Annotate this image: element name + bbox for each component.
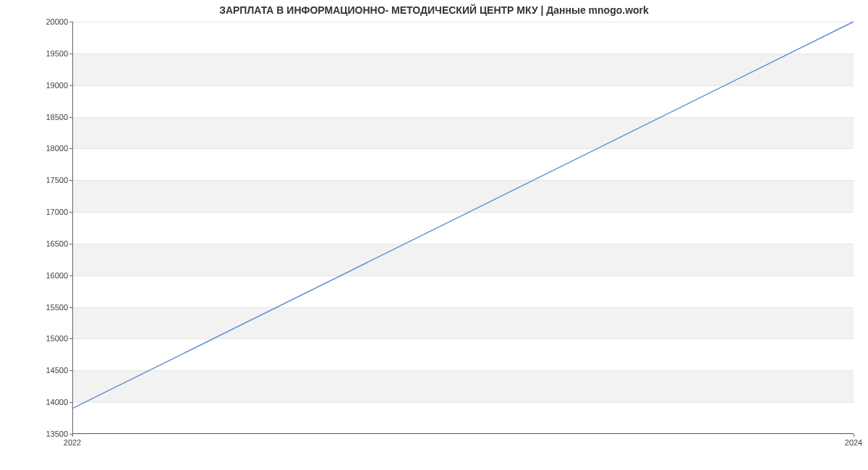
y-tick-label: 17000 [25,208,68,216]
y-gridline [72,434,854,435]
x-tick-mark [854,434,854,437]
y-tick-label: 17500 [25,176,68,184]
y-tick-label: 19500 [25,49,68,58]
y-tick-label: 13500 [25,430,68,438]
x-tick-label: 2024 [845,438,862,447]
y-tick-label: 19000 [25,81,68,90]
chart-title: ЗАРПЛАТА В ИНФОРМАЦИОННО- МЕТОДИЧЕСКИЙ Ц… [0,4,868,16]
y-tick-mark [69,212,72,213]
y-tick-mark [69,307,72,308]
y-tick-label: 14000 [25,398,68,406]
y-tick-mark [69,370,72,371]
y-tick-mark [69,244,72,244]
y-tick-mark [69,85,72,86]
x-tick-label: 2022 [64,438,81,447]
y-tick-mark [69,338,72,339]
y-tick-mark [69,54,72,54]
chart-container: ЗАРПЛАТА В ИНФОРМАЦИОННО- МЕТОДИЧЕСКИЙ Ц… [0,0,868,470]
y-tick-label: 15500 [25,303,68,312]
plot-border [72,22,854,434]
y-tick-label: 18000 [25,144,68,153]
y-tick-label: 16000 [25,271,68,280]
y-tick-label: 15000 [25,334,68,343]
y-tick-mark [69,117,72,118]
y-tick-mark [69,180,72,181]
y-tick-label: 14500 [25,366,68,375]
y-tick-mark [69,402,72,403]
y-tick-mark [69,148,72,149]
x-tick-mark [72,434,73,437]
y-tick-label: 18500 [25,113,68,121]
y-tick-label: 20000 [25,17,68,26]
y-tick-mark [69,22,72,22]
y-tick-label: 16500 [25,239,68,248]
y-tick-mark [69,275,72,276]
plot-area [72,22,854,434]
